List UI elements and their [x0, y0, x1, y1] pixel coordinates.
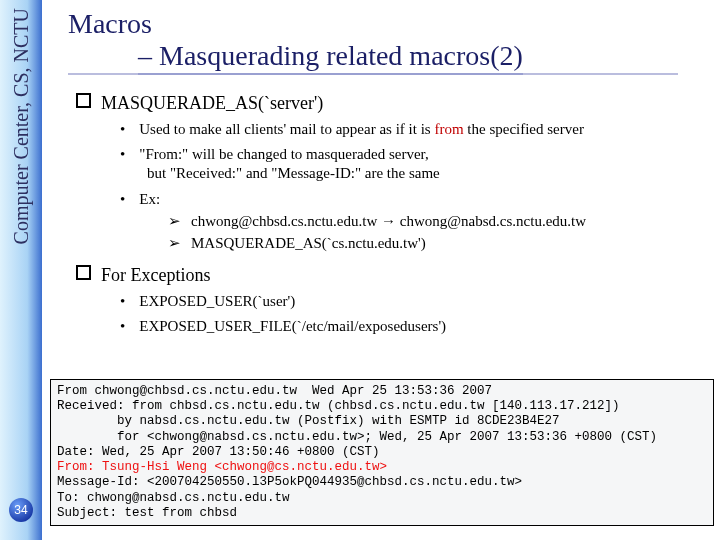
- slide: Computer Center, CS, NCTU 34 Macros – Ma…: [0, 0, 720, 540]
- section2-b1-text: EXPOSED_USER(`user'): [139, 293, 295, 309]
- section2-bullet2: •EXPOSED_USER_FILE(`/etc/mail/exposeduse…: [120, 317, 710, 336]
- section1-ex2-text: MASQUERADE_AS(`cs.nctu.edu.tw'): [191, 235, 426, 251]
- section1-b1-post: the specified server: [464, 121, 584, 137]
- section1-ex1: ➢chwong@chbsd.cs.nctu.edu.tw → chwong@na…: [168, 211, 710, 231]
- sidebar: Computer Center, CS, NCTU: [0, 0, 42, 540]
- mail-line-3: by nabsd.cs.nctu.edu.tw (Postfix) with E…: [57, 414, 707, 429]
- sidebar-label: Computer Center, CS, NCTU: [10, 8, 33, 244]
- mail-line-9: Subject: test from chbsd: [57, 506, 707, 521]
- mail-line-7: Message-Id: <200704250550.l3P5okPQ044935…: [57, 475, 707, 490]
- mail-header-block: From chwong@chbsd.cs.nctu.edu.tw Wed Apr…: [50, 379, 714, 526]
- section1-heading-text: MASQUERADE_AS(`server'): [101, 93, 323, 113]
- bullet-dot-icon: •: [120, 191, 125, 207]
- section2-heading: For Exceptions: [76, 265, 710, 286]
- title-block: Macros – Masquerading related macros(2): [68, 8, 710, 79]
- section1-b1-pre: Used to make all clients' mail to appear…: [139, 121, 434, 137]
- bullet-dot-icon: •: [120, 318, 125, 334]
- section2-b2-text: EXPOSED_USER_FILE(`/etc/mail/exposeduser…: [139, 318, 446, 334]
- section1-b2-line1: "From:" will be changed to masqueraded s…: [139, 146, 428, 162]
- content: Macros – Masquerading related macros(2) …: [68, 8, 710, 337]
- section2-heading-text: For Exceptions: [101, 265, 211, 285]
- title-line2: – Masquerading related macros(2): [138, 40, 523, 75]
- bullet-square-icon: [76, 265, 91, 280]
- section1-b3-text: Ex:: [139, 191, 160, 207]
- bullet-dot-icon: •: [120, 293, 125, 309]
- mail-line-1: From chwong@chbsd.cs.nctu.edu.tw Wed Apr…: [57, 384, 707, 399]
- section2-bullet1: •EXPOSED_USER(`user'): [120, 292, 710, 311]
- section1-b1-from: from: [434, 121, 463, 137]
- section1-ex1-text: chwong@chbsd.cs.nctu.edu.tw → chwong@nab…: [191, 213, 586, 229]
- page-number-badge: 34: [9, 498, 33, 522]
- bullet-square-icon: [76, 93, 91, 108]
- mail-line-5: Date: Wed, 25 Apr 2007 13:50:46 +0800 (C…: [57, 445, 707, 460]
- section1-bullet2-line2: but "Received:" and "Message-ID:" are th…: [147, 164, 710, 183]
- bullet-dot-icon: •: [120, 121, 125, 137]
- section1-heading: MASQUERADE_AS(`server'): [76, 93, 710, 114]
- bullet-triangle-icon: ➢: [168, 213, 181, 229]
- bullet-dot-icon: •: [120, 146, 125, 162]
- mail-line-8: To: chwong@nabsd.cs.nctu.edu.tw: [57, 491, 707, 506]
- mail-line-2: Received: from chbsd.cs.nctu.edu.tw (chb…: [57, 399, 707, 414]
- title-line1: Macros: [68, 8, 710, 40]
- section1-bullet1: •Used to make all clients' mail to appea…: [120, 120, 710, 139]
- mail-line-6: From: Tsung-Hsi Weng <chwong@cs.nctu.edu…: [57, 460, 707, 475]
- section1-ex2: ➢MASQUERADE_AS(`cs.nctu.edu.tw'): [168, 233, 710, 253]
- bullet-triangle-icon: ➢: [168, 235, 181, 251]
- section1-bullet2: •"From:" will be changed to masqueraded …: [120, 145, 710, 164]
- mail-line-4: for <chwong@nabsd.cs.nctu.edu.tw>; Wed, …: [57, 430, 707, 445]
- section1-bullet3: •Ex:: [120, 190, 710, 209]
